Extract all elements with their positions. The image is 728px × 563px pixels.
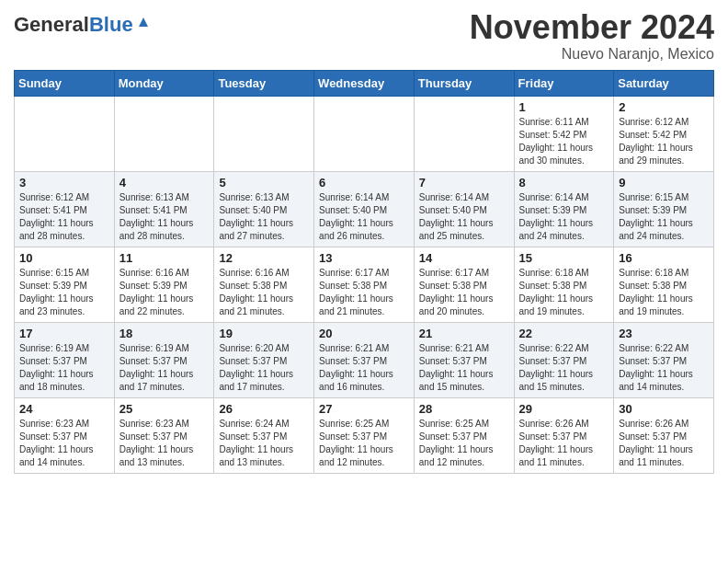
day-number: 27 (319, 402, 409, 416)
day-info: Sunrise: 6:13 AMSunset: 5:41 PMDaylight:… (119, 191, 210, 243)
day-number: 1 (519, 100, 609, 114)
calendar-cell: 17Sunrise: 6:19 AMSunset: 5:37 PMDayligh… (15, 322, 115, 397)
logo-triangle-icon (135, 14, 152, 30)
day-info: Sunrise: 6:14 AMSunset: 5:39 PMDaylight:… (519, 191, 609, 243)
day-number: 12 (219, 251, 309, 265)
calendar-cell: 18Sunrise: 6:19 AMSunset: 5:37 PMDayligh… (114, 322, 214, 397)
calendar-week-3: 10Sunrise: 6:15 AMSunset: 5:39 PMDayligh… (15, 247, 714, 322)
calendar-cell: 3Sunrise: 6:12 AMSunset: 5:41 PMDaylight… (15, 171, 115, 247)
day-number: 23 (619, 327, 709, 340)
day-info: Sunrise: 6:26 AMSunset: 5:37 PMDaylight:… (619, 418, 709, 469)
title-block: November 2024 Nuevo Naranjo, Mexico (470, 9, 714, 63)
weekday-header-thursday: Thursday (414, 70, 514, 96)
calendar-cell: 28Sunrise: 6:25 AMSunset: 5:37 PMDayligh… (414, 397, 514, 473)
page: GeneralBlue November 2024 Nuevo Naranjo,… (0, 0, 728, 488)
calendar-cell: 12Sunrise: 6:16 AMSunset: 5:38 PMDayligh… (214, 247, 314, 322)
month-title: November 2024 (470, 9, 714, 46)
calendar-cell (114, 96, 214, 171)
day-number: 29 (519, 402, 609, 416)
calendar-cell (214, 96, 314, 171)
day-info: Sunrise: 6:21 AMSunset: 5:37 PMDaylight:… (419, 342, 509, 394)
calendar-cell: 8Sunrise: 6:14 AMSunset: 5:39 PMDaylight… (514, 171, 614, 247)
day-info: Sunrise: 6:12 AMSunset: 5:42 PMDaylight:… (619, 116, 709, 167)
day-info: Sunrise: 6:15 AMSunset: 5:39 PMDaylight:… (619, 191, 709, 243)
calendar-table: SundayMondayTuesdayWednesdayThursdayFrid… (14, 70, 714, 474)
day-info: Sunrise: 6:18 AMSunset: 5:38 PMDaylight:… (519, 267, 609, 318)
calendar-cell: 27Sunrise: 6:25 AMSunset: 5:37 PMDayligh… (314, 397, 415, 473)
day-info: Sunrise: 6:17 AMSunset: 5:38 PMDaylight:… (419, 267, 509, 318)
logo: GeneralBlue (14, 15, 152, 35)
day-number: 11 (119, 251, 210, 265)
day-number: 24 (19, 402, 109, 416)
day-info: Sunrise: 6:16 AMSunset: 5:38 PMDaylight:… (219, 267, 309, 318)
day-number: 26 (219, 402, 309, 416)
weekday-header-monday: Monday (114, 70, 214, 96)
day-number: 21 (419, 327, 509, 340)
day-number: 7 (419, 176, 509, 190)
day-info: Sunrise: 6:14 AMSunset: 5:40 PMDaylight:… (319, 191, 409, 243)
header: GeneralBlue November 2024 Nuevo Naranjo,… (14, 9, 714, 63)
day-number: 25 (119, 402, 210, 416)
day-info: Sunrise: 6:20 AMSunset: 5:37 PMDaylight:… (219, 342, 309, 394)
day-info: Sunrise: 6:14 AMSunset: 5:40 PMDaylight:… (419, 191, 509, 243)
day-info: Sunrise: 6:16 AMSunset: 5:39 PMDaylight:… (119, 267, 210, 318)
calendar-cell: 2Sunrise: 6:12 AMSunset: 5:42 PMDaylight… (614, 96, 714, 171)
day-number: 15 (519, 251, 609, 265)
calendar-cell: 15Sunrise: 6:18 AMSunset: 5:38 PMDayligh… (514, 247, 614, 322)
calendar-cell: 25Sunrise: 6:23 AMSunset: 5:37 PMDayligh… (114, 397, 214, 473)
calendar-week-4: 17Sunrise: 6:19 AMSunset: 5:37 PMDayligh… (15, 322, 714, 397)
calendar-cell: 14Sunrise: 6:17 AMSunset: 5:38 PMDayligh… (414, 247, 514, 322)
day-info: Sunrise: 6:23 AMSunset: 5:37 PMDaylight:… (119, 418, 210, 469)
day-info: Sunrise: 6:11 AMSunset: 5:42 PMDaylight:… (519, 116, 609, 167)
day-number: 10 (19, 251, 109, 265)
calendar-cell: 22Sunrise: 6:22 AMSunset: 5:37 PMDayligh… (514, 322, 614, 397)
calendar-cell: 19Sunrise: 6:20 AMSunset: 5:37 PMDayligh… (214, 322, 314, 397)
weekday-header-row: SundayMondayTuesdayWednesdayThursdayFrid… (15, 70, 714, 96)
calendar-cell: 1Sunrise: 6:11 AMSunset: 5:42 PMDaylight… (514, 96, 614, 171)
calendar-cell: 29Sunrise: 6:26 AMSunset: 5:37 PMDayligh… (514, 397, 614, 473)
calendar-cell: 10Sunrise: 6:15 AMSunset: 5:39 PMDayligh… (15, 247, 115, 322)
calendar-week-2: 3Sunrise: 6:12 AMSunset: 5:41 PMDaylight… (15, 171, 714, 247)
weekday-header-friday: Friday (514, 70, 614, 96)
day-info: Sunrise: 6:23 AMSunset: 5:37 PMDaylight:… (19, 418, 109, 469)
day-info: Sunrise: 6:19 AMSunset: 5:37 PMDaylight:… (119, 342, 210, 394)
day-number: 2 (619, 100, 709, 114)
day-number: 3 (19, 176, 109, 190)
day-info: Sunrise: 6:17 AMSunset: 5:38 PMDaylight:… (319, 267, 409, 318)
day-info: Sunrise: 6:25 AMSunset: 5:37 PMDaylight:… (319, 418, 409, 469)
day-info: Sunrise: 6:13 AMSunset: 5:40 PMDaylight:… (219, 191, 309, 243)
weekday-header-saturday: Saturday (614, 70, 714, 96)
day-info: Sunrise: 6:26 AMSunset: 5:37 PMDaylight:… (519, 418, 609, 469)
calendar-cell: 13Sunrise: 6:17 AMSunset: 5:38 PMDayligh… (314, 247, 415, 322)
day-info: Sunrise: 6:25 AMSunset: 5:37 PMDaylight:… (419, 418, 509, 469)
calendar-cell: 6Sunrise: 6:14 AMSunset: 5:40 PMDaylight… (314, 171, 415, 247)
day-number: 13 (319, 251, 409, 265)
day-number: 14 (419, 251, 509, 265)
calendar-week-1: 1Sunrise: 6:11 AMSunset: 5:42 PMDaylight… (15, 96, 714, 171)
day-number: 22 (519, 327, 609, 340)
calendar-cell: 30Sunrise: 6:26 AMSunset: 5:37 PMDayligh… (614, 397, 714, 473)
day-info: Sunrise: 6:12 AMSunset: 5:41 PMDaylight:… (19, 191, 109, 243)
calendar-cell: 24Sunrise: 6:23 AMSunset: 5:37 PMDayligh… (15, 397, 115, 473)
calendar-cell: 20Sunrise: 6:21 AMSunset: 5:37 PMDayligh… (314, 322, 415, 397)
day-number: 16 (619, 251, 709, 265)
day-number: 30 (619, 402, 709, 416)
day-number: 20 (319, 327, 409, 340)
calendar-cell (15, 96, 115, 171)
calendar-cell: 11Sunrise: 6:16 AMSunset: 5:39 PMDayligh… (114, 247, 214, 322)
day-number: 6 (319, 176, 409, 190)
weekday-header-tuesday: Tuesday (214, 70, 314, 96)
calendar-cell: 5Sunrise: 6:13 AMSunset: 5:40 PMDaylight… (214, 171, 314, 247)
day-info: Sunrise: 6:18 AMSunset: 5:38 PMDaylight:… (619, 267, 709, 318)
day-number: 9 (619, 176, 709, 190)
day-number: 19 (219, 327, 309, 340)
day-info: Sunrise: 6:19 AMSunset: 5:37 PMDaylight:… (19, 342, 109, 394)
calendar-cell (314, 96, 415, 171)
logo-blue: Blue (89, 15, 133, 35)
calendar-cell: 23Sunrise: 6:22 AMSunset: 5:37 PMDayligh… (614, 322, 714, 397)
day-info: Sunrise: 6:22 AMSunset: 5:37 PMDaylight:… (519, 342, 609, 394)
day-info: Sunrise: 6:24 AMSunset: 5:37 PMDaylight:… (219, 418, 309, 469)
calendar-cell: 16Sunrise: 6:18 AMSunset: 5:38 PMDayligh… (614, 247, 714, 322)
day-number: 28 (419, 402, 509, 416)
calendar-cell: 4Sunrise: 6:13 AMSunset: 5:41 PMDaylight… (114, 171, 214, 247)
